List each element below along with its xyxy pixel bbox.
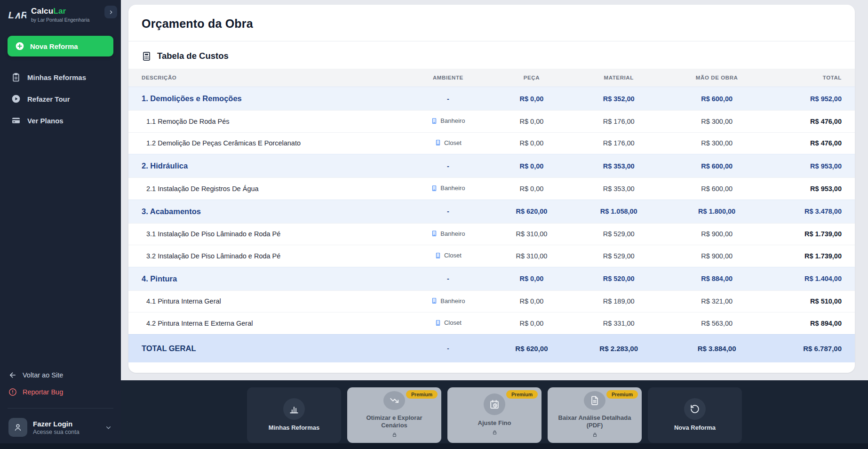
- cell-ambiente: Closet: [405, 132, 492, 154]
- cell-ambiente: -: [405, 334, 492, 362]
- cell-material: R$ 353,00: [572, 178, 666, 200]
- cell-descricao: 3. Acabamentos: [128, 200, 405, 223]
- page-title: Orçamento da Obra: [142, 5, 842, 41]
- cell-mao-de-obra: R$ 900,00: [666, 245, 768, 267]
- sidebar-item-label: Minhas Reformas: [27, 73, 86, 81]
- action-bar: Minhas ReformasPremiumOtimizar e Explora…: [121, 380, 868, 449]
- column-header-ambiente: Ambiente: [405, 69, 492, 87]
- action-button-otimizar-e-explorar-cenarios[interactable]: PremiumOtimizar e Explorar Cenários: [347, 387, 441, 443]
- sidebar-collapse-button[interactable]: [104, 6, 117, 18]
- cell-total: R$ 1.739,00: [768, 245, 855, 267]
- play-circle-icon: [11, 94, 21, 104]
- cell-total: R$ 953,00: [768, 178, 855, 200]
- logo-text-block: CalcuLar by Lar Pontual Engenharia: [31, 7, 89, 23]
- cell-total: R$ 1.404,00: [768, 267, 855, 290]
- action-label: Baixar Análise Detalhada (PDF): [553, 414, 636, 430]
- cell-ambiente: Banheiro: [405, 223, 492, 245]
- cell-peca: R$ 0,00: [492, 111, 572, 133]
- ambiente-label: Banheiro: [440, 297, 465, 305]
- sidebar: L∧R CalcuLar by Lar Pontual Engenharia N…: [0, 0, 121, 449]
- table-row-item: 1.2 Demolição De Peças Cerâmicas E Porce…: [128, 132, 855, 154]
- building-icon: [431, 118, 438, 124]
- bar-chart-icon: [289, 404, 299, 414]
- sidebar-item-ver-planos[interactable]: Ver Planos: [7, 111, 114, 130]
- file-text-icon: [589, 395, 600, 406]
- cell-ambiente: -: [405, 267, 492, 290]
- building-icon: [431, 185, 438, 192]
- reportar-bug-link[interactable]: Reportar Bug: [8, 384, 112, 401]
- cell-total: R$ 6.787,00: [768, 334, 855, 362]
- building-icon: [431, 297, 438, 304]
- cell-descricao: 2.1 Instalação De Registros De Água: [128, 178, 405, 200]
- sidebar-footer-divider: [8, 408, 113, 409]
- action-label: Otimizar e Explorar Cenários: [353, 414, 436, 430]
- ambiente-label: Banheiro: [440, 230, 465, 237]
- table-row-section: 4. Pintura-R$ 0,00R$ 520,00R$ 884,00R$ 1…: [128, 267, 855, 290]
- lock-icon: [391, 432, 398, 439]
- cell-total: R$ 476,00: [768, 111, 855, 133]
- action-button-ajuste-fino[interactable]: PremiumAjuste Fino: [447, 387, 542, 443]
- credit-card-icon: [11, 116, 21, 125]
- cell-peca: R$ 0,00: [492, 132, 572, 154]
- cell-descricao: 4.2 Pintura Interna E Externa Geral: [128, 313, 405, 335]
- lock-icon: [592, 432, 598, 439]
- cell-total: R$ 3.478,00: [768, 200, 855, 223]
- cell-ambiente: Closet: [405, 245, 492, 267]
- sidebar-item-refazer-tour[interactable]: Refazer Tour: [7, 89, 114, 108]
- sidebar-header: L∧R CalcuLar by Lar Pontual Engenharia: [0, 0, 121, 27]
- cell-mao-de-obra: R$ 884,00: [666, 267, 768, 290]
- cell-peca: R$ 310,00: [492, 245, 572, 267]
- lock-icon: [492, 429, 498, 437]
- action-button-nova-reforma[interactable]: Nova Reforma: [648, 387, 742, 443]
- column-header-mao-de-obra: Mão de Obra: [666, 69, 768, 87]
- cell-descricao: 4. Pintura: [128, 267, 405, 290]
- ambiente-badge: Banheiro: [431, 117, 465, 124]
- trending-down-icon: [389, 395, 399, 406]
- calculator-icon: [142, 51, 151, 61]
- table-row-item: 1.1 Remoção De Roda PésBanheiroR$ 0,00R$…: [128, 111, 855, 133]
- chevron-down-icon: [104, 424, 112, 432]
- cell-material: R$ 331,00: [572, 313, 666, 335]
- table-header: DescriçãoAmbientePeçaMaterialMão de Obra…: [128, 69, 855, 87]
- ambiente-badge: Banheiro: [431, 230, 465, 237]
- cell-material: R$ 176,00: [572, 111, 666, 133]
- cell-descricao: 1.2 Demolição De Peças Cerâmicas E Porce…: [128, 132, 405, 154]
- sidebar-item-minhas-reformas[interactable]: Minhas Reformas: [7, 68, 114, 87]
- app-logo-icon: L∧R: [7, 7, 26, 22]
- action-icon-circle: [484, 393, 505, 415]
- cell-mao-de-obra: R$ 300,00: [666, 111, 768, 133]
- user-icon: [13, 423, 23, 432]
- cell-ambiente: -: [405, 200, 492, 223]
- login-texts: Fazer Login Acesse sua conta: [33, 420, 99, 435]
- ambiente-badge: Closet: [435, 252, 462, 259]
- cell-peca: R$ 0,00: [492, 87, 572, 111]
- table-row-item: 3.2 Instalação De Piso Lâminado e Roda P…: [128, 245, 855, 267]
- app-subtitle: by Lar Pontual Engenharia: [31, 17, 89, 23]
- cell-total: R$ 952,00: [768, 87, 855, 111]
- table-row-total: TOTAL GERAL-R$ 620,00R$ 2.283,00R$ 3.884…: [128, 334, 855, 362]
- cell-total: R$ 953,00: [768, 154, 855, 178]
- table-row-item: 3.1 Instalação De Piso Lâminado e Roda P…: [128, 223, 855, 245]
- cell-total: R$ 476,00: [768, 132, 855, 154]
- building-icon: [435, 252, 441, 259]
- ambiente-label: Closet: [444, 139, 462, 146]
- chevron-right-icon: [108, 9, 114, 16]
- cell-peca: R$ 310,00: [492, 223, 572, 245]
- nova-reforma-button[interactable]: Nova Reforma: [8, 36, 113, 56]
- building-icon: [431, 230, 438, 237]
- cell-total: R$ 1.739,00: [768, 223, 855, 245]
- fazer-login-button[interactable]: Fazer Login Acesse sua conta: [8, 418, 112, 437]
- cell-mao-de-obra: R$ 1.800,00: [666, 200, 768, 223]
- ambiente-badge: Banheiro: [431, 297, 465, 305]
- card-subheader: Tabela de Custos: [142, 41, 842, 69]
- cell-mao-de-obra: R$ 600,00: [666, 87, 768, 111]
- action-icon-circle: [383, 391, 405, 410]
- action-button-minhas-reformas[interactable]: Minhas Reformas: [247, 387, 341, 443]
- action-button-baixar-analise-detalhada-pdf[interactable]: PremiumBaixar Análise Detalhada (PDF): [548, 387, 642, 443]
- sidebar-item-label: Ver Planos: [27, 117, 64, 125]
- budget-card: Orçamento da Obra Tabela de Custos Descr…: [128, 5, 855, 373]
- action-label: Ajuste Fino: [478, 419, 511, 427]
- ambiente-label: Banheiro: [440, 184, 465, 192]
- column-header-peca: Peça: [492, 69, 572, 87]
- voltar-ao-site-link[interactable]: Voltar ao Site: [8, 367, 112, 384]
